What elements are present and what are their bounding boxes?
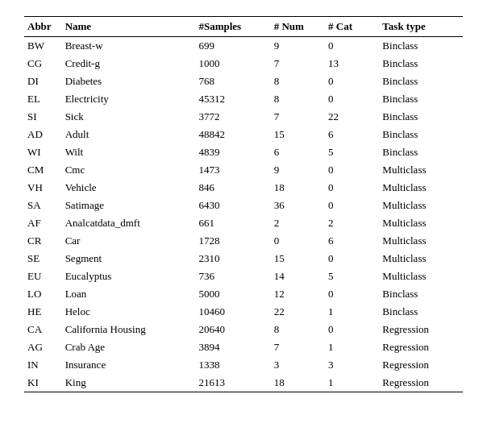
- table-row: ELElectricity4531280Binclass: [24, 90, 463, 108]
- cell-samples: 1728: [195, 232, 270, 250]
- cell-samples: 2310: [195, 250, 270, 268]
- cell-name: Car: [62, 232, 196, 250]
- cell-task: Binclass: [379, 126, 463, 143]
- cell-cat: 0: [325, 161, 379, 179]
- cell-abbr: AG: [24, 338, 62, 356]
- table-row: LOLoan5000120Binclass: [24, 285, 463, 303]
- cell-task: Multiclass: [379, 197, 463, 214]
- table-row: DIDiabetes76880Binclass: [24, 73, 463, 90]
- cell-task: Binclass: [379, 90, 463, 108]
- cell-cat: 6: [325, 232, 379, 250]
- cell-num: 3: [271, 356, 325, 374]
- cell-cat: 6: [325, 126, 379, 143]
- cell-abbr: AD: [24, 126, 62, 143]
- cell-abbr: DI: [24, 73, 62, 90]
- cell-abbr: KI: [24, 374, 62, 392]
- cell-name: Insurance: [62, 356, 196, 374]
- cell-task: Binclass: [379, 285, 463, 303]
- cell-name: Loan: [62, 285, 196, 303]
- header-samples: #Samples: [195, 17, 270, 37]
- cell-name: Electricity: [62, 90, 196, 108]
- header-abbr: Abbr: [24, 17, 62, 37]
- table-row: WIWilt483965Binclass: [24, 143, 463, 161]
- cell-cat: 0: [325, 250, 379, 268]
- cell-abbr: SE: [24, 250, 62, 268]
- table-row: KIKing21613181Regression: [24, 374, 463, 392]
- cell-abbr: EU: [24, 268, 62, 285]
- cell-samples: 736: [195, 268, 270, 285]
- cell-abbr: SA: [24, 197, 62, 214]
- cell-samples: 1338: [195, 356, 270, 374]
- cell-abbr: CM: [24, 161, 62, 179]
- dataset-table: Abbr Name #Samples # Num # Cat Task type…: [24, 16, 463, 392]
- cell-cat: 0: [325, 321, 379, 338]
- cell-name: Segment: [62, 250, 196, 268]
- cell-name: Satimage: [62, 197, 196, 214]
- cell-num: 9: [271, 161, 325, 179]
- cell-task: Multiclass: [379, 179, 463, 197]
- cell-cat: 0: [325, 285, 379, 303]
- cell-task: Regression: [379, 321, 463, 338]
- cell-num: 8: [271, 321, 325, 338]
- cell-name: King: [62, 374, 196, 392]
- cell-num: 8: [271, 90, 325, 108]
- table-header-row: Abbr Name #Samples # Num # Cat Task type: [24, 17, 463, 37]
- cell-name: Wilt: [62, 143, 196, 161]
- cell-task: Binclass: [379, 303, 463, 321]
- cell-task: Multiclass: [379, 161, 463, 179]
- cell-task: Regression: [379, 356, 463, 374]
- cell-num: 14: [271, 268, 325, 285]
- cell-abbr: CG: [24, 55, 62, 73]
- cell-abbr: CR: [24, 232, 62, 250]
- cell-abbr: VH: [24, 179, 62, 197]
- cell-name: Diabetes: [62, 73, 196, 90]
- cell-abbr: IN: [24, 356, 62, 374]
- cell-abbr: HE: [24, 303, 62, 321]
- cell-abbr: CA: [24, 321, 62, 338]
- cell-name: Breast-w: [62, 37, 196, 56]
- cell-abbr: SI: [24, 108, 62, 126]
- cell-num: 22: [271, 303, 325, 321]
- cell-task: Multiclass: [379, 268, 463, 285]
- cell-cat: 1: [325, 303, 379, 321]
- cell-task: Multiclass: [379, 250, 463, 268]
- cell-task: Binclass: [379, 55, 463, 73]
- header-task: Task type: [379, 17, 463, 37]
- table-row: BWBreast-w69990Binclass: [24, 37, 463, 56]
- cell-abbr: BW: [24, 37, 62, 56]
- cell-num: 8: [271, 73, 325, 90]
- header-num: # Num: [271, 17, 325, 37]
- table-row: SISick3772722Binclass: [24, 108, 463, 126]
- cell-samples: 3772: [195, 108, 270, 126]
- cell-cat: 0: [325, 179, 379, 197]
- cell-samples: 5000: [195, 285, 270, 303]
- cell-cat: 5: [325, 268, 379, 285]
- cell-abbr: AF: [24, 214, 62, 232]
- cell-num: 7: [271, 338, 325, 356]
- cell-cat: 13: [325, 55, 379, 73]
- cell-cat: 22: [325, 108, 379, 126]
- header-name: Name: [62, 17, 196, 37]
- cell-task: Binclass: [379, 108, 463, 126]
- cell-num: 6: [271, 143, 325, 161]
- cell-name: Adult: [62, 126, 196, 143]
- cell-cat: 1: [325, 338, 379, 356]
- cell-name: Eucalyptus: [62, 268, 196, 285]
- cell-task: Binclass: [379, 143, 463, 161]
- cell-num: 36: [271, 197, 325, 214]
- cell-task: Multiclass: [379, 232, 463, 250]
- cell-num: 15: [271, 250, 325, 268]
- cell-cat: 0: [325, 197, 379, 214]
- cell-num: 7: [271, 55, 325, 73]
- cell-samples: 699: [195, 37, 270, 56]
- cell-num: 9: [271, 37, 325, 56]
- table-row: CGCredit-g1000713Binclass: [24, 55, 463, 73]
- cell-task: Binclass: [379, 73, 463, 90]
- table-row: HEHeloc10460221Binclass: [24, 303, 463, 321]
- cell-samples: 846: [195, 179, 270, 197]
- cell-num: 7: [271, 108, 325, 126]
- cell-task: Regression: [379, 338, 463, 356]
- cell-task: Multiclass: [379, 214, 463, 232]
- cell-samples: 20640: [195, 321, 270, 338]
- cell-name: Crab Age: [62, 338, 196, 356]
